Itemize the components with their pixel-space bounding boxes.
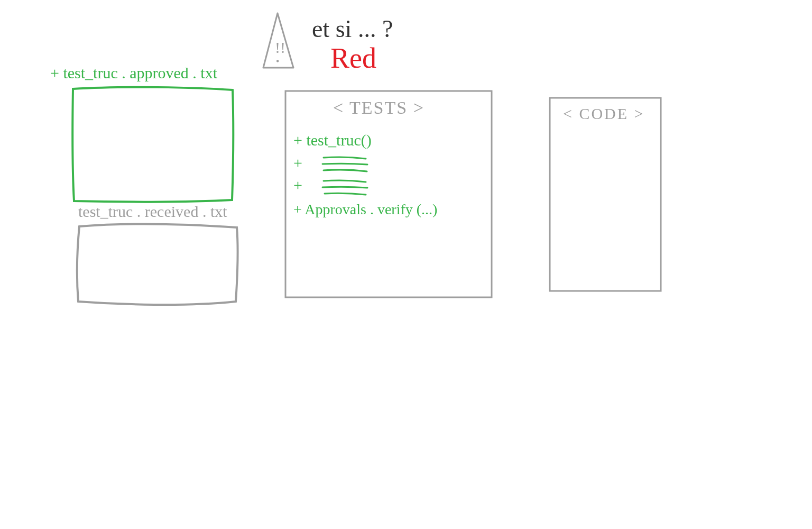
approved-file-label: + test_truc . approved . txt <box>50 64 218 81</box>
tests-squiggle-1 <box>322 157 367 171</box>
tests-line-3: + <box>293 176 302 194</box>
approved-file-box <box>72 87 233 202</box>
tests-line-2: + <box>293 154 302 171</box>
svg-text:•: • <box>276 56 279 67</box>
received-file-label: test_truc . received . txt <box>78 203 227 220</box>
tests-box-title: < TESTS > <box>333 98 425 117</box>
header-question: et si ... ? <box>312 15 393 42</box>
tests-line-4: + Approvals . verify (...) <box>293 201 437 217</box>
svg-text:!!: !! <box>275 39 285 56</box>
header-phase: Red <box>330 42 376 74</box>
code-box-title: < CODE > <box>563 105 645 122</box>
tests-line-1: + test_truc() <box>293 131 372 149</box>
tests-squiggle-2 <box>322 180 367 195</box>
received-file-box <box>77 224 238 305</box>
code-box <box>550 98 661 291</box>
warning-triangle-icon: !! • <box>263 13 293 68</box>
tests-box <box>285 91 492 297</box>
